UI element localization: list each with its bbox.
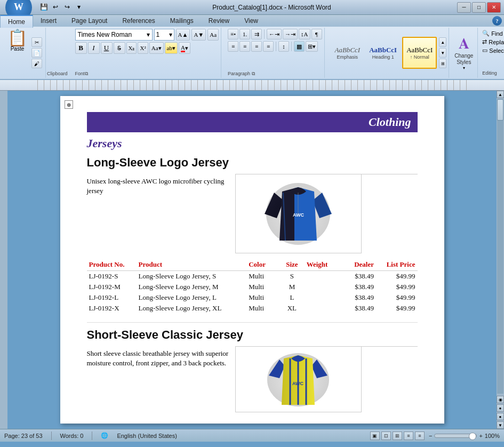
minimize-button[interactable]: ─ [457, 2, 471, 13]
zoom-out-button[interactable]: − [429, 433, 432, 439]
scrollbar-right[interactable]: ▲ ◉ ● ● ▼ [497, 91, 504, 429]
scroll-thumb[interactable] [497, 99, 503, 121]
copy-button[interactable]: 📄 [31, 48, 42, 58]
align-center-button[interactable]: ≡ [239, 41, 250, 52]
table-row: LJ-0192-M Long-Sleeve Logo Jersey, M Mul… [87, 282, 418, 292]
undo-button[interactable]: ↩ [50, 2, 61, 13]
decrease-font-button[interactable]: A▼ [191, 29, 206, 41]
borders-button[interactable]: ⊞▾ [306, 41, 318, 52]
print-layout-button[interactable]: ▣ [370, 432, 380, 440]
bold-button[interactable]: B [75, 42, 87, 54]
help-button[interactable]: ? [492, 16, 502, 26]
multilevel-list-button[interactable]: ⇉ [251, 29, 262, 39]
justify-button[interactable]: ≡ [263, 41, 274, 52]
styles-scroll-down-button[interactable]: ▼ [439, 48, 446, 58]
svg-text:AWC: AWC [293, 212, 304, 218]
scroll-down-button[interactable]: ▼ [497, 421, 504, 429]
underline-button[interactable]: U [101, 42, 113, 54]
subscript-button[interactable]: X₂ [126, 42, 137, 54]
strikethrough-button[interactable]: S̶ [114, 42, 125, 54]
status-sep-2 [92, 432, 92, 440]
select-button[interactable]: ▭ Select - [482, 47, 504, 54]
styles-scroll-up-button[interactable]: ▲ [439, 37, 446, 47]
table-row: LJ-0192-X Long-Sleeve Logo Jersey, XL Mu… [87, 303, 418, 314]
bullets-button[interactable]: ≡• [228, 29, 238, 39]
main-area: ⊕ Clothing Jerseys Long-Sleeve Logo Jers… [0, 91, 504, 429]
draft-button[interactable]: ≡ [415, 432, 425, 440]
zoom-slider[interactable] [434, 434, 477, 438]
tab-mailings[interactable]: Mailings [163, 15, 201, 27]
zoom-in-button[interactable]: + [479, 433, 482, 439]
full-screen-button[interactable]: ⊡ [381, 432, 391, 440]
language-status: English (United States) [117, 433, 177, 439]
save-button[interactable]: 💾 [38, 2, 49, 13]
product-1-table: Unisex long-sleeve AWC logo microfiber c… [87, 174, 418, 253]
font-name-dropdown[interactable]: Times New Roman ▾ [75, 29, 153, 41]
sort-button[interactable]: ↕A [299, 29, 310, 39]
change-case-button[interactable]: Aa▾ [149, 42, 164, 54]
line-spacing-button[interactable]: ↕ [278, 41, 289, 52]
web-layout-button[interactable]: ⊞ [393, 432, 402, 440]
ribbon-tabs: Home Insert Page Layout References Maili… [0, 15, 504, 27]
font-size-arrow: ▾ [169, 31, 172, 38]
customize-qat-button[interactable]: ▾ [74, 2, 84, 13]
tab-view[interactable]: View [237, 15, 266, 27]
emphasis-style-button[interactable]: AaBbCcI Emphasis [331, 37, 364, 69]
row-1-size: S [279, 271, 305, 282]
ruler [0, 80, 504, 91]
paste-button[interactable]: 📋 Paste [4, 29, 30, 77]
row-2-weight [305, 282, 338, 292]
increase-indent-button[interactable]: →⇥ [283, 29, 298, 39]
product-2-title: Short-Sleeve Classic Jersey [87, 328, 418, 342]
numbering-button[interactable]: 1. [239, 29, 250, 39]
row-3-product: Long-Sleeve Logo Jersey, L [137, 292, 247, 303]
styles-more-button[interactable]: ⊞ [439, 59, 446, 68]
row-3-color: Multi [246, 292, 279, 303]
header-weight: Weight [305, 259, 338, 271]
row-3-size: L [279, 292, 305, 303]
product-1-rows: LJ-0192-S Long-Sleeve Logo Jersey, S Mul… [87, 271, 418, 314]
decrease-indent-button[interactable]: ←⇥ [267, 29, 282, 39]
styles-group: AaBbCcI Emphasis AaBbCcI Heading 1 AaBbC… [329, 28, 450, 78]
zoom-controls: − + 100% [429, 433, 500, 439]
outline-button[interactable]: ≡ [404, 432, 413, 440]
tab-references[interactable]: References [115, 15, 162, 27]
redo-button[interactable]: ↪ [62, 2, 73, 13]
font-size-dropdown[interactable]: 1 ▾ [154, 29, 174, 41]
heading1-style-button[interactable]: AaBbCcI Heading 1 [365, 37, 401, 69]
tab-home[interactable]: Home [0, 15, 33, 28]
format-painter-button[interactable]: 🖌 [31, 59, 42, 68]
scroll-prev-page-button[interactable]: ◉ [497, 396, 504, 403]
close-button[interactable]: ✕ [487, 2, 501, 13]
highlight-color-button[interactable]: ab▾ [165, 42, 178, 54]
replace-button[interactable]: ⇄ Replace [482, 38, 504, 45]
tab-page-layout[interactable]: Page Layout [64, 15, 115, 27]
increase-font-button[interactable]: A▲ [176, 29, 190, 41]
scroll-up-button[interactable]: ▲ [497, 91, 504, 98]
clear-formatting-button[interactable]: Aa [207, 29, 219, 41]
superscript-button[interactable]: X² [138, 42, 148, 54]
align-left-button[interactable]: ≡ [228, 41, 238, 52]
para-row-1: ≡• 1. ⇉ ←⇥ →⇥ ↕A ¶ [228, 29, 322, 39]
find-button[interactable]: 🔍 Find - [482, 30, 504, 37]
paragraph-group-label: Paragraph ⧉ [228, 71, 255, 77]
heading1-preview: AaBbCcI [369, 46, 397, 54]
tab-review[interactable]: Review [201, 15, 237, 27]
scroll-next-page-button[interactable]: ● [497, 404, 504, 412]
align-right-button[interactable]: ≡ [251, 41, 262, 52]
normal-style-button[interactable]: AaBbCcI ↑ Normal [402, 37, 437, 69]
font-color-button[interactable]: A▾ [179, 42, 190, 54]
change-styles-icon: 𝐀 [459, 35, 469, 53]
change-styles-button[interactable]: 𝐀 Change Styles ▾ [454, 35, 473, 70]
maximize-button[interactable]: □ [472, 2, 486, 13]
header-dealer: Dealer [338, 259, 376, 271]
tab-insert[interactable]: Insert [33, 15, 64, 27]
scroll-object-button[interactable]: ● [497, 413, 504, 420]
table-anchor[interactable]: ⊕ [65, 100, 73, 109]
italic-button[interactable]: I [88, 42, 100, 54]
shading-button[interactable]: ▩ [294, 41, 305, 52]
cut-button[interactable]: ✂ [31, 37, 42, 47]
scroll-track[interactable] [497, 99, 503, 394]
change-styles-group: 𝐀 Change Styles ▾ [450, 28, 478, 78]
show-marks-button[interactable]: ¶ [311, 29, 322, 39]
